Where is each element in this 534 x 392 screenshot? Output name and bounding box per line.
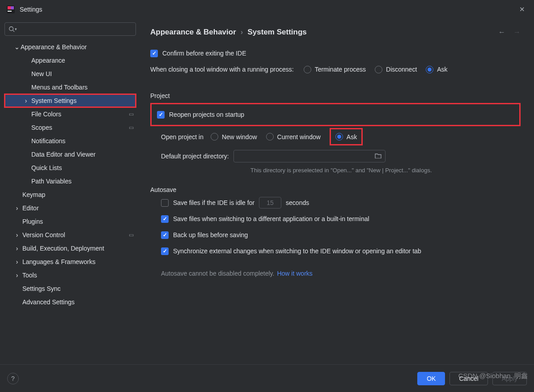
tree-file-colors[interactable]: File Colors▭ (4, 107, 136, 121)
seconds-label: seconds (286, 199, 309, 206)
open-ask-highlight: Ask (330, 128, 363, 145)
tree-new-ui[interactable]: New UI (4, 67, 136, 81)
tree-plugins[interactable]: Plugins (4, 215, 136, 228)
confirm-exit-checkbox[interactable] (150, 50, 158, 57)
chevron-right-icon: › (13, 258, 21, 265)
save-switch-checkbox[interactable] (161, 215, 169, 223)
tree-tools[interactable]: ›Tools (4, 268, 136, 282)
svg-line-5 (13, 30, 15, 32)
project-section-header: Project (150, 92, 521, 99)
tree-notifications[interactable]: Notifications (4, 134, 136, 148)
closing-process-label: When closing a tool window with a runnin… (150, 66, 294, 73)
content-panel: Appearance & Behavior › System Settings … (139, 19, 534, 363)
default-dir-input[interactable] (233, 150, 386, 162)
sidebar: ▾ ⌄Appearance & Behavior Appearance New … (0, 19, 139, 363)
scope-indicator-icon: ▭ (126, 232, 136, 238)
scope-indicator-icon: ▭ (126, 111, 136, 117)
tree-settings-sync[interactable]: Settings Sync (4, 282, 136, 295)
svg-point-4 (9, 27, 13, 31)
autosave-note: Autosave cannot be disabled completely. (161, 270, 274, 277)
default-dir-hint: This directory is preselected in "Open..… (250, 167, 521, 174)
tree-build[interactable]: ›Build, Execution, Deployment (4, 242, 136, 255)
reopen-label: Reopen projects on startup (169, 111, 244, 118)
sync-external-label: Synchronize external changes when switch… (173, 247, 421, 255)
cancel-button[interactable]: Cancel (449, 372, 488, 385)
tree-scopes[interactable]: Scopes▭ (4, 121, 136, 134)
search-input[interactable]: ▾ (4, 22, 136, 36)
settings-tree: ⌄Appearance & Behavior Appearance New UI… (4, 40, 136, 309)
tree-appearance[interactable]: Appearance (4, 54, 136, 67)
default-dir-label: Default project directory: (161, 153, 229, 160)
project-highlight-box: Reopen projects on startup (150, 103, 521, 126)
how-it-works-link[interactable]: How it works (277, 270, 312, 277)
breadcrumb: Appearance & Behavior › System Settings (150, 28, 498, 37)
backup-checkbox[interactable] (161, 231, 169, 239)
chevron-down-icon: ⌄ (13, 43, 21, 51)
tree-advanced[interactable]: Advanced Settings (4, 295, 136, 309)
open-ask-radio[interactable] (335, 133, 343, 141)
idle-seconds-input (259, 197, 281, 209)
chevron-right-icon: › (13, 205, 21, 212)
open-current-window-radio[interactable] (266, 133, 274, 141)
svg-rect-3 (8, 11, 12, 12)
svg-rect-1 (8, 6, 11, 9)
tree-editor[interactable]: ›Editor (4, 201, 136, 215)
open-new-window-radio[interactable] (211, 133, 218, 141)
nav-back-icon[interactable]: ← (498, 28, 505, 36)
apply-button: Apply (492, 372, 527, 385)
chevron-right-icon: › (13, 245, 21, 252)
title-bar: Settings ✕ (0, 0, 534, 19)
help-button[interactable]: ? (7, 373, 19, 384)
breadcrumb-separator-icon: › (241, 28, 243, 37)
open-in-label: Open project in (161, 133, 203, 141)
svg-rect-2 (11, 6, 14, 9)
chevron-right-icon: › (13, 272, 21, 279)
search-icon (8, 26, 15, 32)
save-switch-label: Save files when switching to a different… (173, 215, 369, 222)
tree-system-settings[interactable]: ›System Settings (4, 94, 136, 107)
folder-icon[interactable] (375, 153, 381, 160)
closing-ask-radio[interactable] (426, 66, 433, 73)
tree-menus-toolbars[interactable]: Menus and Toolbars (4, 81, 136, 94)
sync-external-checkbox[interactable] (161, 247, 169, 255)
tree-quick-lists[interactable]: Quick Lists (4, 161, 136, 175)
confirm-exit-label: Confirm before exiting the IDE (162, 50, 246, 57)
chevron-right-icon: › (13, 231, 21, 239)
nav-forward-icon: → (513, 28, 521, 36)
tree-appearance-behavior[interactable]: ⌄Appearance & Behavior (4, 40, 136, 54)
tree-path-variables[interactable]: Path Variables (4, 175, 136, 188)
ok-button[interactable]: OK (417, 372, 445, 385)
footer: ? OK Cancel Apply (0, 364, 534, 392)
window-title: Settings (20, 6, 515, 13)
closing-terminate-radio[interactable] (304, 66, 311, 73)
tree-keymap[interactable]: Keymap (4, 188, 136, 201)
reopen-checkbox[interactable] (157, 111, 165, 119)
app-logo-icon (6, 5, 15, 14)
backup-label: Back up files before saving (173, 231, 248, 239)
closing-disconnect-radio[interactable] (375, 66, 382, 73)
chevron-right-icon: › (22, 97, 30, 104)
breadcrumb-current: System Settings (247, 28, 306, 37)
save-idle-label: Save files if the IDE is idle for (173, 199, 254, 206)
tree-languages[interactable]: ›Languages & Frameworks (4, 255, 136, 268)
tree-data-editor[interactable]: Data Editor and Viewer (4, 148, 136, 161)
autosave-section-header: Autosave (150, 186, 521, 193)
save-idle-checkbox[interactable] (161, 199, 169, 207)
scope-indicator-icon: ▭ (126, 124, 136, 131)
close-icon[interactable]: ✕ (519, 5, 525, 13)
tree-version-control[interactable]: ›Version Control▭ (4, 228, 136, 242)
body: ▾ ⌄Appearance & Behavior Appearance New … (0, 19, 534, 363)
breadcrumb-parent[interactable]: Appearance & Behavior (150, 28, 236, 37)
